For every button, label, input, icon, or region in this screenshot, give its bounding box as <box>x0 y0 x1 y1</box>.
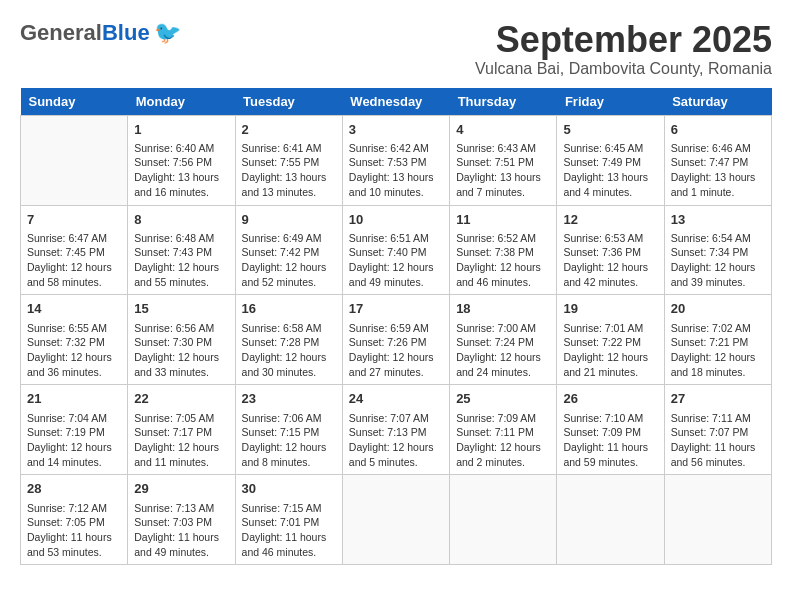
daylight-label: Daylight: 13 hours and 13 minutes. <box>242 171 327 198</box>
day-cell: 25Sunrise: 7:09 AMSunset: 7:11 PMDayligh… <box>450 385 557 475</box>
day-cell: 27Sunrise: 7:11 AMSunset: 7:07 PMDayligh… <box>664 385 771 475</box>
sunrise-label: Sunrise: 7:06 AM <box>242 412 322 424</box>
sunrise-label: Sunrise: 6:51 AM <box>349 232 429 244</box>
day-number: 28 <box>27 480 121 498</box>
week-row-1: 1Sunrise: 6:40 AMSunset: 7:56 PMDaylight… <box>21 115 772 205</box>
daylight-label: Daylight: 12 hours and 21 minutes. <box>563 351 648 378</box>
day-number: 13 <box>671 211 765 229</box>
sunrise-label: Sunrise: 7:11 AM <box>671 412 751 424</box>
sunrise-label: Sunrise: 7:01 AM <box>563 322 643 334</box>
sunset-label: Sunset: 7:34 PM <box>671 246 749 258</box>
day-info: Sunrise: 6:43 AMSunset: 7:51 PMDaylight:… <box>456 141 550 200</box>
daylight-label: Daylight: 13 hours and 4 minutes. <box>563 171 648 198</box>
sunset-label: Sunset: 7:09 PM <box>563 426 641 438</box>
day-number: 26 <box>563 390 657 408</box>
day-cell: 9Sunrise: 6:49 AMSunset: 7:42 PMDaylight… <box>235 205 342 295</box>
day-cell: 29Sunrise: 7:13 AMSunset: 7:03 PMDayligh… <box>128 475 235 565</box>
day-number: 5 <box>563 121 657 139</box>
header-cell-sunday: Sunday <box>21 88 128 116</box>
day-info: Sunrise: 6:48 AMSunset: 7:43 PMDaylight:… <box>134 231 228 290</box>
day-info: Sunrise: 7:13 AMSunset: 7:03 PMDaylight:… <box>134 501 228 560</box>
daylight-label: Daylight: 12 hours and 52 minutes. <box>242 261 327 288</box>
day-number: 24 <box>349 390 443 408</box>
day-cell: 19Sunrise: 7:01 AMSunset: 7:22 PMDayligh… <box>557 295 664 385</box>
sunset-label: Sunset: 7:36 PM <box>563 246 641 258</box>
calendar-table: SundayMondayTuesdayWednesdayThursdayFrid… <box>20 88 772 566</box>
header-cell-wednesday: Wednesday <box>342 88 449 116</box>
location-subtitle: Vulcana Bai, Dambovita County, Romania <box>475 60 772 78</box>
sunrise-label: Sunrise: 6:45 AM <box>563 142 643 154</box>
sunrise-label: Sunrise: 7:12 AM <box>27 502 107 514</box>
sunset-label: Sunset: 7:11 PM <box>456 426 534 438</box>
day-info: Sunrise: 7:02 AMSunset: 7:21 PMDaylight:… <box>671 321 765 380</box>
day-cell <box>450 475 557 565</box>
day-number: 25 <box>456 390 550 408</box>
header-cell-saturday: Saturday <box>664 88 771 116</box>
daylight-label: Daylight: 12 hours and 5 minutes. <box>349 441 434 468</box>
sunrise-label: Sunrise: 7:04 AM <box>27 412 107 424</box>
sunset-label: Sunset: 7:21 PM <box>671 336 749 348</box>
daylight-label: Daylight: 11 hours and 46 minutes. <box>242 531 327 558</box>
day-info: Sunrise: 6:54 AMSunset: 7:34 PMDaylight:… <box>671 231 765 290</box>
sunset-label: Sunset: 7:19 PM <box>27 426 105 438</box>
header-cell-monday: Monday <box>128 88 235 116</box>
logo-bird-icon: 🐦 <box>154 20 181 46</box>
day-number: 18 <box>456 300 550 318</box>
sunset-label: Sunset: 7:40 PM <box>349 246 427 258</box>
sunrise-label: Sunrise: 6:46 AM <box>671 142 751 154</box>
sunset-label: Sunset: 7:55 PM <box>242 156 320 168</box>
sunrise-label: Sunrise: 7:15 AM <box>242 502 322 514</box>
sunset-label: Sunset: 7:15 PM <box>242 426 320 438</box>
sunset-label: Sunset: 7:30 PM <box>134 336 212 348</box>
sunrise-label: Sunrise: 6:52 AM <box>456 232 536 244</box>
day-number: 29 <box>134 480 228 498</box>
daylight-label: Daylight: 13 hours and 10 minutes. <box>349 171 434 198</box>
title-block: September 2025 Vulcana Bai, Dambovita Co… <box>475 20 772 78</box>
day-info: Sunrise: 7:15 AMSunset: 7:01 PMDaylight:… <box>242 501 336 560</box>
sunset-label: Sunset: 7:01 PM <box>242 516 320 528</box>
sunset-label: Sunset: 7:51 PM <box>456 156 534 168</box>
day-cell: 12Sunrise: 6:53 AMSunset: 7:36 PMDayligh… <box>557 205 664 295</box>
day-cell: 16Sunrise: 6:58 AMSunset: 7:28 PMDayligh… <box>235 295 342 385</box>
day-cell: 22Sunrise: 7:05 AMSunset: 7:17 PMDayligh… <box>128 385 235 475</box>
day-number: 14 <box>27 300 121 318</box>
sunset-label: Sunset: 7:24 PM <box>456 336 534 348</box>
day-number: 3 <box>349 121 443 139</box>
sunrise-label: Sunrise: 6:42 AM <box>349 142 429 154</box>
sunrise-label: Sunrise: 6:53 AM <box>563 232 643 244</box>
day-cell: 7Sunrise: 6:47 AMSunset: 7:45 PMDaylight… <box>21 205 128 295</box>
day-number: 20 <box>671 300 765 318</box>
day-cell: 26Sunrise: 7:10 AMSunset: 7:09 PMDayligh… <box>557 385 664 475</box>
daylight-label: Daylight: 12 hours and 55 minutes. <box>134 261 219 288</box>
sunset-label: Sunset: 7:43 PM <box>134 246 212 258</box>
day-number: 2 <box>242 121 336 139</box>
day-info: Sunrise: 7:04 AMSunset: 7:19 PMDaylight:… <box>27 411 121 470</box>
day-info: Sunrise: 6:41 AMSunset: 7:55 PMDaylight:… <box>242 141 336 200</box>
sunset-label: Sunset: 7:32 PM <box>27 336 105 348</box>
day-number: 11 <box>456 211 550 229</box>
day-number: 10 <box>349 211 443 229</box>
daylight-label: Daylight: 13 hours and 16 minutes. <box>134 171 219 198</box>
day-number: 22 <box>134 390 228 408</box>
daylight-label: Daylight: 12 hours and 18 minutes. <box>671 351 756 378</box>
sunset-label: Sunset: 7:26 PM <box>349 336 427 348</box>
daylight-label: Daylight: 12 hours and 11 minutes. <box>134 441 219 468</box>
sunrise-label: Sunrise: 7:00 AM <box>456 322 536 334</box>
day-info: Sunrise: 6:58 AMSunset: 7:28 PMDaylight:… <box>242 321 336 380</box>
day-number: 23 <box>242 390 336 408</box>
header-cell-thursday: Thursday <box>450 88 557 116</box>
day-number: 30 <box>242 480 336 498</box>
day-info: Sunrise: 6:56 AMSunset: 7:30 PMDaylight:… <box>134 321 228 380</box>
day-info: Sunrise: 7:11 AMSunset: 7:07 PMDaylight:… <box>671 411 765 470</box>
sunset-label: Sunset: 7:03 PM <box>134 516 212 528</box>
daylight-label: Daylight: 12 hours and 30 minutes. <box>242 351 327 378</box>
day-cell <box>21 115 128 205</box>
day-number: 6 <box>671 121 765 139</box>
day-cell <box>557 475 664 565</box>
sunrise-label: Sunrise: 6:58 AM <box>242 322 322 334</box>
logo-blue-text: Blue <box>102 20 150 45</box>
day-cell: 8Sunrise: 6:48 AMSunset: 7:43 PMDaylight… <box>128 205 235 295</box>
sunset-label: Sunset: 7:28 PM <box>242 336 320 348</box>
day-info: Sunrise: 6:51 AMSunset: 7:40 PMDaylight:… <box>349 231 443 290</box>
day-cell: 6Sunrise: 6:46 AMSunset: 7:47 PMDaylight… <box>664 115 771 205</box>
